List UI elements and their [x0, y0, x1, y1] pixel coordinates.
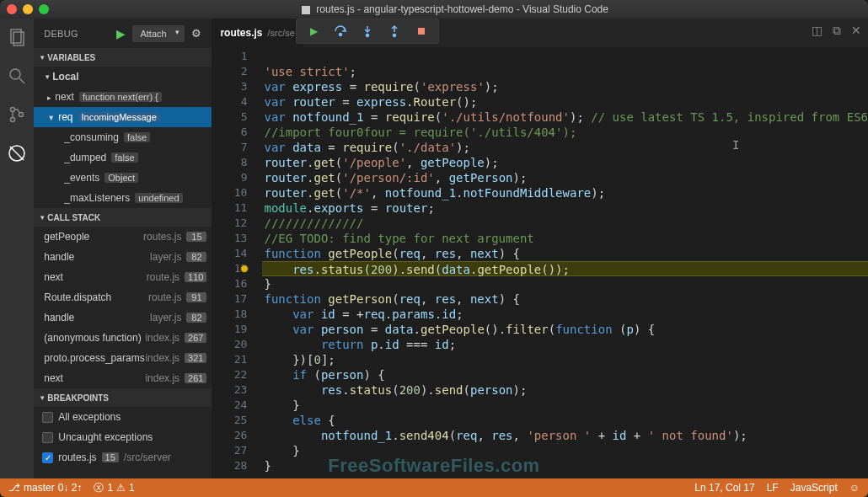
- callstack-frame[interactable]: Route.dispatchroute.js91: [34, 287, 212, 307]
- code-line[interactable]: var notfound_1 = require('./utils/notfou…: [262, 110, 868, 125]
- code-line[interactable]: var router = express.Router();: [262, 94, 868, 110]
- code-line[interactable]: [262, 49, 868, 64]
- line-number[interactable]: 21: [212, 352, 247, 367]
- variable-row[interactable]: ▸nextfunction next(err) {: [34, 87, 212, 107]
- search-icon[interactable]: [5, 64, 29, 88]
- line-number[interactable]: 7: [212, 140, 247, 155]
- line-number[interactable]: 20: [212, 337, 247, 352]
- minimize-window[interactable]: [23, 4, 33, 14]
- step-out-button[interactable]: [383, 20, 406, 42]
- code-line[interactable]: //////////////: [262, 216, 868, 231]
- callstack-frame[interactable]: handlelayer.js82: [34, 307, 212, 328]
- line-number[interactable]: 13: [212, 231, 247, 246]
- variable-row[interactable]: _dumpedfalse: [34, 147, 212, 168]
- code-line[interactable]: router.get('/*', notfound_1.notFoundMidd…: [262, 185, 868, 200]
- code-line[interactable]: res.status(200).send(person);: [262, 382, 868, 398]
- callstack-frame[interactable]: handlelayer.js82: [34, 247, 212, 267]
- code-line[interactable]: }: [262, 276, 868, 291]
- line-number[interactable]: 9: [212, 170, 247, 185]
- code-line[interactable]: res.status(200).send(data.getPeople());: [262, 261, 868, 276]
- variable-row[interactable]: _maxListenersundefined: [34, 188, 212, 208]
- variables-header[interactable]: ▼ VARIABLES: [34, 48, 212, 67]
- code-line[interactable]: notfound_1.send404(req, res, 'person ' +…: [262, 428, 868, 443]
- breakpoint-row[interactable]: ✓routes.js15/src/server: [34, 447, 212, 468]
- checkbox[interactable]: [42, 432, 53, 443]
- code-line[interactable]: function getPerson(req, res, next) {: [262, 291, 868, 307]
- breakpoint-glyph[interactable]: [240, 265, 249, 273]
- code-line[interactable]: }: [262, 443, 868, 458]
- local-scope[interactable]: ▼ Local: [34, 67, 212, 87]
- line-number[interactable]: 12: [212, 216, 247, 231]
- stop-button[interactable]: [410, 20, 433, 42]
- tab-routes-js[interactable]: routes.js /src/se: [212, 19, 303, 47]
- code-editor[interactable]: 1234567891011121314151617181920212223242…: [212, 47, 868, 478]
- line-number[interactable]: 6: [212, 125, 247, 140]
- feedback-icon[interactable]: ☺: [849, 482, 860, 494]
- variable-row[interactable]: _eventsObject: [34, 168, 212, 188]
- code-line[interactable]: module.exports = router;: [262, 200, 868, 216]
- line-number[interactable]: 26: [212, 428, 247, 443]
- line-number[interactable]: 10: [212, 185, 247, 200]
- line-number[interactable]: 17: [212, 291, 247, 307]
- zoom-window[interactable]: [39, 4, 49, 14]
- start-debug-button[interactable]: ▶: [116, 27, 126, 40]
- code-line[interactable]: function getPeople(req, res, next) {: [262, 246, 868, 261]
- split-editor-icon[interactable]: ◫: [812, 24, 822, 38]
- line-number[interactable]: 23: [212, 382, 247, 398]
- language-mode[interactable]: JavaScript: [790, 482, 838, 494]
- code-line[interactable]: 'use strict';: [262, 64, 868, 79]
- code-line[interactable]: var data = require('./data');: [262, 140, 868, 155]
- code-line[interactable]: else {: [262, 413, 868, 428]
- checkbox[interactable]: ✓: [42, 452, 53, 463]
- debug-toolbar[interactable]: ▶: [296, 19, 439, 44]
- variable-row[interactable]: ▼reqIncomingMessage: [34, 107, 212, 127]
- callstack-frame[interactable]: getPeopleroutes.js15: [34, 227, 212, 247]
- callstack-frame[interactable]: nextroute.js110: [34, 267, 212, 287]
- code-line[interactable]: if (person) {: [262, 367, 868, 382]
- debug-icon[interactable]: [5, 142, 29, 165]
- callstack-frame[interactable]: (anonymous function)index.js267: [34, 328, 212, 348]
- line-number[interactable]: 16: [212, 276, 247, 291]
- continue-button[interactable]: ▶: [302, 20, 325, 42]
- line-number[interactable]: 8: [212, 155, 247, 170]
- callstack-header[interactable]: ▼ CALL STACK: [34, 208, 212, 227]
- code-line[interactable]: var person = data.getPeople().filter(fun…: [262, 322, 868, 337]
- gutter[interactable]: 1234567891011121314151617181920212223242…: [212, 47, 262, 478]
- code-line[interactable]: //EG TODO: find type for next argument: [262, 231, 868, 246]
- line-number[interactable]: 27: [212, 443, 247, 458]
- checkbox[interactable]: [42, 412, 53, 423]
- explorer-icon[interactable]: [5, 25, 29, 49]
- problems[interactable]: ⓧ1 ⚠1: [94, 481, 134, 495]
- code-line[interactable]: }: [262, 398, 868, 413]
- git-icon[interactable]: [5, 103, 29, 126]
- gear-icon[interactable]: ⚙: [191, 27, 201, 40]
- close-editor-icon[interactable]: ✕: [851, 24, 861, 38]
- line-number[interactable]: 1: [212, 49, 247, 64]
- code-line[interactable]: }: [262, 458, 868, 473]
- line-number[interactable]: 14: [212, 246, 247, 261]
- step-over-button[interactable]: [329, 20, 352, 42]
- code-line[interactable]: })[0];: [262, 352, 868, 367]
- line-number[interactable]: 22: [212, 367, 247, 382]
- git-branch[interactable]: ⎇ master 0↓ 2↑: [8, 482, 82, 494]
- line-number[interactable]: 11: [212, 200, 247, 216]
- code-line[interactable]: router.get('/person/:id', getPerson);: [262, 170, 868, 185]
- line-number[interactable]: 19: [212, 322, 247, 337]
- code-line[interactable]: var express = require('express');: [262, 79, 868, 94]
- step-into-button[interactable]: [356, 20, 379, 42]
- line-number[interactable]: 25: [212, 413, 247, 428]
- line-number[interactable]: 3: [212, 79, 247, 94]
- callstack-frame[interactable]: proto.process_paramsindex.js321: [34, 348, 212, 368]
- debug-config[interactable]: Attach: [132, 25, 185, 42]
- line-number[interactable]: 5: [212, 110, 247, 125]
- code-line[interactable]: return p.id === id;: [262, 337, 868, 352]
- callstack-frame[interactable]: nextindex.js261: [34, 368, 212, 388]
- debug-config-select[interactable]: Attach: [132, 25, 185, 42]
- breakpoint-row[interactable]: All exceptions: [34, 407, 212, 427]
- cursor-position[interactable]: Ln 17, Col 17: [694, 482, 754, 494]
- line-number[interactable]: 28: [212, 458, 247, 473]
- code-line[interactable]: router.get('/people', getPeople);: [262, 155, 868, 170]
- line-number[interactable]: 2: [212, 64, 247, 79]
- line-number[interactable]: 4: [212, 94, 247, 110]
- code-lines[interactable]: 'use strict';var express = require('expr…: [262, 47, 868, 478]
